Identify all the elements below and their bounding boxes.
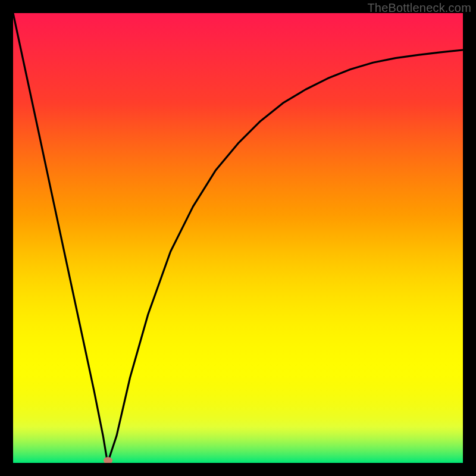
bottleneck-curve [13, 13, 463, 463]
plot-area [13, 13, 463, 463]
minimum-marker [104, 457, 112, 463]
chart-frame: TheBottleneck.com [0, 0, 476, 476]
curve-svg [13, 13, 463, 463]
